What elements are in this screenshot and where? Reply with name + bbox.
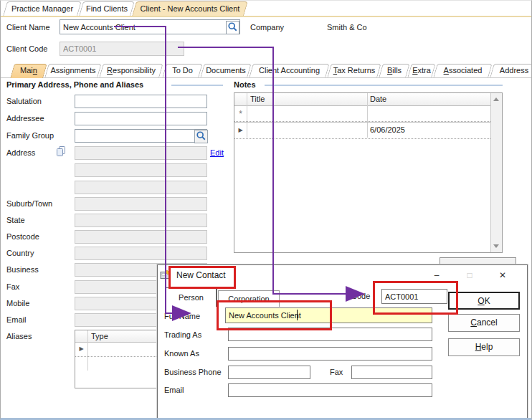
aliases-type-header: Type bbox=[91, 332, 108, 340]
notes-title-header: Title bbox=[250, 95, 265, 103]
cancel-button[interactable]: Cancel bbox=[448, 314, 520, 332]
postcode-label: Postcode bbox=[6, 232, 39, 241]
tab-address[interactable]: Address bbox=[492, 64, 532, 77]
address-edit-link[interactable]: Edit bbox=[210, 148, 224, 157]
email-label: Email bbox=[6, 315, 27, 324]
tab-find-clients[interactable]: Find Clients bbox=[81, 1, 133, 16]
connector-line-client-code-vertical bbox=[272, 47, 274, 295]
tab-client-accounting[interactable]: Client Accounting bbox=[251, 64, 328, 77]
notes-scrollbar[interactable] bbox=[490, 93, 502, 252]
connector-line-client-code bbox=[178, 47, 274, 48]
tab-extra[interactable]: Extra bbox=[409, 64, 434, 77]
fax-label: Fax bbox=[6, 282, 19, 291]
notes-grid: Title Date * ▶ 6/06/2025 bbox=[234, 92, 503, 253]
tab-responsibility[interactable]: Responsibility bbox=[101, 64, 161, 77]
address-line3-input bbox=[75, 181, 207, 194]
dialog-fax-input[interactable] bbox=[351, 366, 432, 379]
search-icon bbox=[227, 22, 239, 32]
section-tabstrip-baseline bbox=[1, 77, 532, 78]
scroll-up-icon[interactable] bbox=[493, 97, 499, 101]
dialog-fax-label: Fax bbox=[330, 368, 343, 376]
maximize-icon[interactable]: □ bbox=[462, 269, 478, 282]
tab-associated[interactable]: Associated bbox=[435, 64, 490, 77]
client-code-label: Client Code bbox=[6, 44, 47, 53]
copy-address-icon[interactable] bbox=[55, 145, 67, 158]
business-label: Business bbox=[6, 265, 39, 274]
primary-address-section-rule bbox=[171, 85, 223, 86]
tab-to-do[interactable]: To Do bbox=[164, 64, 201, 77]
address-line2-input bbox=[75, 163, 207, 177]
arrow-right-icon-code bbox=[346, 286, 365, 302]
suburb-label: Suburb/Town bbox=[6, 199, 52, 208]
country-label: Country bbox=[6, 249, 34, 257]
postcode-input bbox=[75, 230, 207, 244]
family-group-label: Family Group bbox=[6, 131, 54, 140]
ok-button[interactable]: OK bbox=[448, 292, 520, 310]
addressee-label: Addressee bbox=[6, 114, 44, 123]
connector-line-client-name bbox=[114, 26, 166, 27]
client-name-label: Client Name bbox=[6, 23, 50, 32]
aliases-label: Aliases bbox=[6, 332, 32, 340]
mobile-label: Mobile bbox=[6, 299, 29, 307]
family-group-search-button[interactable] bbox=[194, 130, 208, 143]
top-tabstrip-baseline bbox=[1, 16, 532, 17]
trading-as-label: Trading As bbox=[164, 330, 201, 339]
tab-bills[interactable]: Bills bbox=[381, 64, 408, 77]
arrow-right-icon-full-name bbox=[172, 305, 191, 321]
business-phone-label: Business Phone bbox=[164, 368, 222, 376]
help-button[interactable]: Help bbox=[448, 338, 520, 356]
client-name-search-button[interactable] bbox=[226, 21, 239, 34]
tab-practice-manager[interactable]: Practice Manager bbox=[5, 1, 80, 16]
search-icon bbox=[195, 130, 207, 141]
notes-section-title: Notes bbox=[234, 80, 256, 89]
tab-main[interactable]: Main bbox=[12, 64, 45, 78]
row-pointer-icon: ▶ bbox=[75, 345, 87, 352]
primary-address-section-title: Primary Address, Phone and Aliases bbox=[6, 80, 143, 89]
company-label: Company bbox=[250, 23, 284, 32]
row-pointer-icon: ▶ bbox=[234, 127, 247, 133]
business-phone-input[interactable] bbox=[228, 366, 310, 379]
highlight-box-full-name-field bbox=[217, 300, 332, 330]
scroll-down-icon[interactable] bbox=[493, 244, 499, 248]
practice-manager-window: Practice Manager Find Clients Client - N… bbox=[0, 0, 532, 420]
tab-tax-returns[interactable]: Tax Returns bbox=[329, 64, 379, 77]
addressee-input[interactable] bbox=[75, 112, 207, 125]
family-group-input[interactable] bbox=[75, 129, 207, 143]
state-label: State bbox=[6, 216, 25, 224]
dialog-tab-person[interactable]: Person bbox=[166, 287, 217, 307]
notes-row-date: 6/06/2025 bbox=[370, 125, 405, 134]
salutation-label: Salutation bbox=[6, 97, 42, 105]
dialog-email-input[interactable] bbox=[228, 383, 432, 397]
suburb-input bbox=[75, 197, 207, 211]
tab-documents[interactable]: Documents bbox=[202, 64, 250, 77]
address-line1-input bbox=[75, 146, 207, 160]
new-row-icon: * bbox=[234, 109, 247, 119]
connector-line-client-code-stub bbox=[272, 293, 347, 295]
dialog-email-label: Email bbox=[164, 386, 184, 394]
state-input bbox=[75, 214, 207, 227]
highlight-box-dialog-title bbox=[168, 266, 236, 289]
notes-date-header: Date bbox=[370, 95, 386, 103]
tab-assignments[interactable]: Assignments bbox=[47, 64, 100, 77]
highlight-box-code-field bbox=[373, 281, 458, 315]
close-icon[interactable]: ✕ bbox=[495, 269, 510, 282]
known-as-input[interactable] bbox=[228, 347, 432, 361]
known-as-label: Known As bbox=[164, 349, 199, 358]
connector-line-client-name-vertical bbox=[165, 26, 166, 312]
country-input bbox=[75, 247, 207, 260]
company-value: Smith & Co bbox=[327, 23, 367, 32]
notes-section-rule bbox=[265, 85, 503, 86]
tab-client-new-accounts-client[interactable]: Client - New Accounts Client bbox=[134, 1, 246, 16]
address-label: Address bbox=[6, 148, 35, 157]
salutation-input[interactable] bbox=[75, 95, 207, 108]
